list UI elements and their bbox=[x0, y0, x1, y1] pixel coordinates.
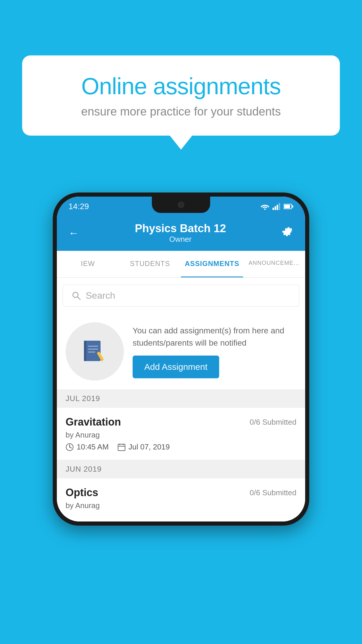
settings-button[interactable] bbox=[282, 226, 294, 240]
tab-students[interactable]: STUDENTS bbox=[119, 251, 181, 277]
svg-line-19 bbox=[70, 447, 71, 448]
svg-rect-11 bbox=[84, 341, 86, 361]
notebook-icon bbox=[82, 338, 108, 365]
svg-rect-10 bbox=[85, 341, 101, 361]
assignment-submitted-optics: 0/6 Submitted bbox=[250, 488, 296, 497]
calendar-icon bbox=[117, 443, 126, 451]
search-box[interactable]: Search bbox=[63, 285, 299, 307]
phone-inner: 14:29 bbox=[57, 197, 305, 522]
add-assignment-promo: You can add assignment(s) from here and … bbox=[57, 314, 305, 389]
header-title: Physics Batch 12 bbox=[135, 222, 226, 235]
tab-view[interactable]: IEW bbox=[57, 251, 119, 277]
svg-line-9 bbox=[78, 297, 80, 300]
header-center: Physics Batch 12 Owner bbox=[135, 222, 226, 244]
status-icons bbox=[260, 203, 294, 210]
tab-assignments[interactable]: ASSIGNMENTS bbox=[181, 251, 243, 277]
date-value-gravitation: Jul 07, 2019 bbox=[129, 442, 170, 452]
gear-icon bbox=[282, 226, 294, 238]
assignment-item-gravitation[interactable]: Gravitation 0/6 Submitted by Anurag 10:4… bbox=[57, 408, 305, 460]
assignment-item-optics[interactable]: Optics 0/6 Submitted by Anurag bbox=[57, 478, 305, 522]
tab-announcements[interactable]: ANNOUNCEME… bbox=[243, 251, 305, 277]
search-container: Search bbox=[57, 278, 305, 314]
signal-icon bbox=[273, 203, 281, 210]
assignment-submitted-gravitation: 0/6 Submitted bbox=[250, 418, 296, 427]
speech-bubble: Online assignments ensure more practice … bbox=[22, 55, 340, 136]
status-bar: 14:29 bbox=[57, 197, 305, 216]
promo-content: You can add assignment(s) from here and … bbox=[133, 325, 296, 378]
clock-icon bbox=[66, 443, 74, 451]
search-placeholder: Search bbox=[86, 290, 115, 301]
meta-date-gravitation: Jul 07, 2019 bbox=[117, 442, 170, 452]
header-subtitle: Owner bbox=[135, 235, 226, 244]
svg-rect-6 bbox=[284, 205, 290, 208]
camera bbox=[178, 202, 184, 208]
wifi-icon bbox=[260, 203, 270, 210]
bubble-title: Online assignments bbox=[43, 73, 319, 100]
assignment-name-gravitation: Gravitation bbox=[66, 416, 121, 428]
back-button[interactable]: ← bbox=[68, 227, 79, 239]
svg-rect-7 bbox=[292, 205, 293, 208]
svg-rect-14 bbox=[88, 351, 95, 353]
svg-rect-4 bbox=[279, 203, 280, 210]
assignment-name-optics: Optics bbox=[66, 487, 98, 499]
add-assignment-button[interactable]: Add Assignment bbox=[133, 356, 219, 378]
svg-rect-12 bbox=[88, 346, 98, 347]
section-header-jun: JUN 2019 bbox=[57, 460, 305, 478]
svg-rect-3 bbox=[277, 205, 278, 210]
svg-rect-1 bbox=[273, 208, 274, 210]
search-icon bbox=[72, 291, 81, 300]
section-header-jul: JUL 2019 bbox=[57, 389, 305, 408]
time-value-gravitation: 10:45 AM bbox=[77, 442, 109, 452]
status-time: 14:29 bbox=[68, 202, 89, 211]
svg-rect-20 bbox=[118, 444, 125, 451]
tabs-bar: IEW STUDENTS ASSIGNMENTS ANNOUNCEME… bbox=[57, 251, 305, 278]
notch bbox=[152, 197, 210, 213]
svg-rect-13 bbox=[88, 349, 98, 350]
promo-icon-circle bbox=[66, 322, 124, 381]
assignment-row1-optics: Optics 0/6 Submitted bbox=[66, 487, 296, 499]
assignment-author-optics: by Anurag bbox=[66, 501, 296, 510]
assignment-author-gravitation: by Anurag bbox=[66, 430, 296, 440]
phone-wrapper: 14:29 bbox=[53, 192, 309, 526]
meta-time-gravitation: 10:45 AM bbox=[66, 442, 109, 452]
phone-outer: 14:29 bbox=[53, 192, 309, 526]
app-header: ← Physics Batch 12 Owner bbox=[57, 216, 305, 251]
svg-rect-2 bbox=[275, 206, 276, 210]
svg-point-0 bbox=[264, 209, 266, 210]
bubble-subtitle: ensure more practice for your students bbox=[43, 105, 319, 118]
promo-text: You can add assignment(s) from here and … bbox=[133, 325, 296, 349]
assignment-meta-gravitation: 10:45 AM Jul 07, 2019 bbox=[66, 442, 296, 452]
assignment-row1: Gravitation 0/6 Submitted bbox=[66, 416, 296, 428]
battery-icon bbox=[284, 204, 294, 209]
